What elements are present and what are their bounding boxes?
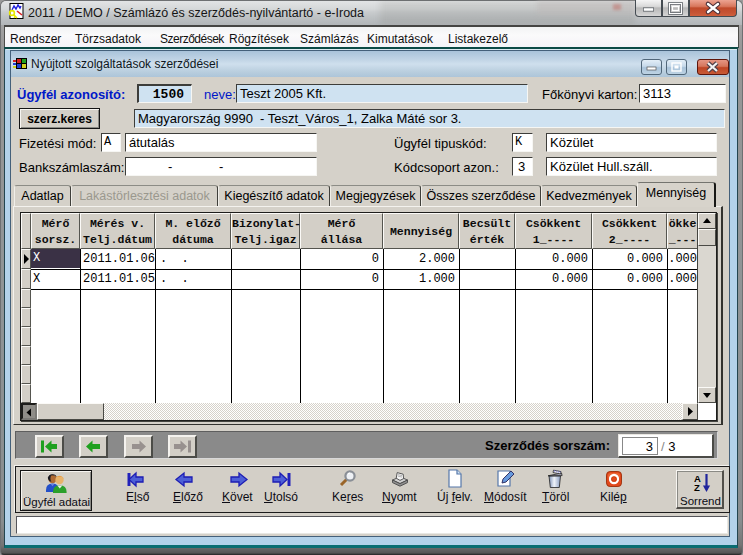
svg-text:Z: Z bbox=[694, 482, 700, 493]
